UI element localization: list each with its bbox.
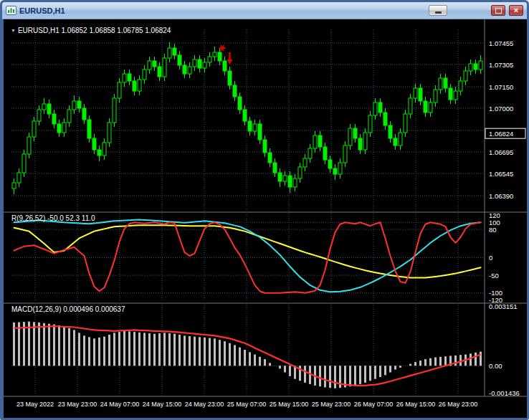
current-price-label: 1.06824	[489, 130, 513, 138]
time-axis-label: 26 May 23:00	[439, 401, 478, 408]
minimize-button[interactable]	[429, 5, 447, 16]
macd-readout-text: MACD(12,26,9) 0.000496 0.000637	[11, 305, 125, 313]
svg-text:1.06695: 1.06695	[489, 148, 513, 156]
svg-text:1.06390: 1.06390	[489, 192, 513, 200]
svg-text:0.00: 0.00	[489, 362, 502, 370]
close-button[interactable]: ×	[509, 5, 523, 16]
svg-text:1.07150: 1.07150	[489, 83, 513, 91]
svg-text:0.003151: 0.003151	[489, 302, 518, 310]
close-icon: ×	[514, 6, 518, 15]
time-axis-label: 23 May 23:00	[58, 401, 97, 408]
svg-text:-0.001436: -0.001436	[489, 389, 520, 397]
macd-readout: MACD(12,26,9) 0.000496 0.000637	[11, 305, 125, 313]
minimize-icon	[435, 11, 442, 14]
current-price-box: 1.06824	[485, 128, 525, 138]
time-axis-label: 23 May 2022	[16, 401, 54, 408]
time-axis-label: 25 May 15:00	[270, 401, 309, 408]
svg-text:1.07455: 1.07455	[489, 39, 513, 47]
restore-icon	[495, 8, 502, 14]
triangle-down-icon: ▼	[11, 28, 16, 33]
svg-text:1.07000: 1.07000	[489, 105, 513, 113]
time-axis-label: 24 May 15:00	[143, 401, 182, 408]
indicator-readout: R(9,26,52) -50.0 52.3 11.0	[11, 214, 95, 222]
ohlc-readout: ▼EURUSD,H1 1.06852 1.06858 1.06785 1.068…	[11, 27, 171, 34]
time-axis[interactable]: 23 May 202223 May 23:0024 May 07:0024 Ma…	[16, 401, 477, 408]
indicator-readout-text: R(9,26,52) -50.0 52.3 11.0	[11, 214, 95, 222]
time-axis-label: 25 May 23:00	[312, 401, 351, 408]
chart-icon	[6, 5, 16, 16]
time-axis-label: 25 May 07:00	[227, 401, 267, 408]
titlebar[interactable]: EURUSD,H1 ×	[2, 2, 527, 19]
ohlc-readout-text: EURUSD,H1 1.06852 1.06858 1.06785 1.0682…	[18, 27, 171, 34]
chart-client-area: 1.074551.073051.071501.070001.068451.066…	[2, 19, 527, 419]
time-axis-label: 26 May 15:00	[396, 401, 436, 408]
chart-window: EURUSD,H1 × 1.074551.073051.071501.07000…	[0, 0, 529, 420]
time-axis-label: 24 May 23:00	[185, 401, 224, 408]
svg-text:80: 80	[489, 226, 497, 234]
svg-text:0: 0	[489, 254, 492, 262]
time-axis-label: 26 May 07:00	[354, 401, 394, 408]
svg-text:1.07305: 1.07305	[489, 61, 513, 69]
window-title: EURUSD,H1	[19, 6, 65, 15]
svg-text:1.06545: 1.06545	[489, 170, 513, 178]
time-axis-label: 24 May 07:00	[100, 401, 140, 408]
restore-button[interactable]	[491, 5, 505, 16]
svg-text:-50: -50	[489, 272, 499, 280]
